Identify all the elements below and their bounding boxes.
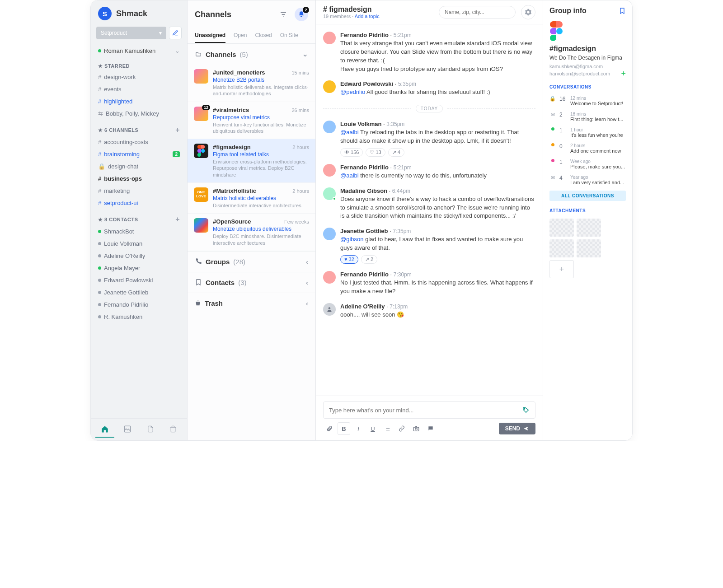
conversation-item[interactable]: ✉4 Year agoI am very satisfied and... [549, 172, 626, 188]
reaction[interactable]: ♡ 13 [366, 148, 385, 157]
composer-input[interactable] [329, 407, 522, 414]
attachment-thumb[interactable] [577, 239, 601, 257]
chat-button[interactable] [424, 422, 437, 435]
sidebar-item[interactable]: #setproduct-ui [91, 197, 187, 209]
attach-button[interactable] [323, 422, 336, 435]
attachment-thumb[interactable] [577, 219, 601, 237]
nav-image[interactable] [118, 421, 137, 438]
sidebar-item[interactable]: Angela Mayer [91, 262, 187, 274]
workspace-select[interactable]: Setproduct ▾ [96, 27, 166, 39]
sidebar-item[interactable]: ShmackBot [91, 225, 187, 238]
conversation-item[interactable]: ✉2 18 minsFirst thing: learn how t... [549, 109, 626, 125]
send-icon [523, 426, 529, 431]
conversation-item[interactable]: 1 Week agoPlease, make sure you... [549, 156, 626, 172]
sidebar-item[interactable]: #marketing [91, 185, 187, 197]
sidebar-item[interactable]: #highlighted [91, 95, 187, 107]
sidebar-item[interactable]: #design-work [91, 71, 187, 83]
avatar [323, 228, 336, 240]
tab[interactable]: Closed [255, 28, 272, 43]
message: Fernando Pidrilio · 5:21pm That is very … [323, 28, 535, 77]
nav-home[interactable] [95, 421, 114, 438]
sidebar-item[interactable]: Edward Powlowski [91, 274, 187, 286]
add-button[interactable]: + [175, 126, 180, 134]
trash-accordion[interactable]: Trash ‹ [188, 293, 315, 313]
sidebar-item[interactable]: Jeanette Gottlieb [91, 286, 187, 299]
avatar [323, 164, 336, 177]
channels-column: Channels 2 UnassignedOpenClosedOn Site C… [188, 0, 316, 440]
conversation-item[interactable]: 0 2 hoursAdd one comment now [549, 140, 626, 156]
message-list[interactable]: Fernando Pidrilio · 5:21pm That is very … [316, 24, 543, 396]
composer-input-wrap[interactable] [323, 401, 535, 419]
chat-column: # figmadesign 19 members · Add a topic F… [316, 0, 543, 440]
channel-item[interactable]: ONELOVE #MatrixHollistic2 hours Matrix h… [188, 183, 315, 214]
sidebar-item[interactable]: Louie Volkman [91, 238, 187, 250]
avatar [323, 80, 336, 93]
send-label: SEND [505, 425, 520, 432]
reaction[interactable]: 👁 156 [340, 148, 363, 157]
sidebar-item[interactable]: 🔒design-chat [91, 160, 187, 173]
reaction[interactable]: ↗ 2 [361, 255, 377, 264]
sidebar-item[interactable]: #brainstorming2 [91, 148, 187, 160]
channel-item[interactable]: 12 #viralmetrics26 mins Repurpose viral … [188, 102, 315, 140]
folder-icon [195, 51, 202, 57]
nav-file[interactable] [141, 421, 160, 438]
nav-trash[interactable] [164, 421, 183, 438]
search-box[interactable] [439, 6, 516, 19]
channel-item[interactable]: #united_monetiers15 mins Monetize B2B po… [188, 65, 315, 102]
channels-accordion[interactable]: Channels (5) ⌄ [188, 43, 315, 65]
channel-avatar: ONELOVE [194, 187, 208, 202]
attachment-thumb[interactable] [549, 239, 574, 257]
channels-tabs: UnassignedOpenClosedOn Site [188, 28, 315, 43]
gear-icon [525, 9, 532, 16]
bookmark-icon[interactable] [619, 7, 626, 14]
contacts-accordion[interactable]: Contacts (3) ‹ [188, 272, 315, 293]
edit-button[interactable] [169, 27, 182, 39]
all-conversations-button[interactable]: ALL CONVERSATIONS [549, 191, 626, 201]
settings-button[interactable] [521, 5, 535, 19]
add-button[interactable]: + [175, 215, 180, 224]
search-input[interactable] [445, 9, 512, 15]
underline-button[interactable]: U [366, 422, 379, 435]
date-divider: TODAY [323, 105, 535, 112]
channel-subtitle: 19 members · Add a topic [323, 14, 380, 19]
conversations-label: CONVERSATIONS [549, 77, 626, 93]
tab[interactable]: On Site [280, 28, 298, 43]
camera-icon [413, 425, 419, 432]
conversation-item[interactable]: 1 1 hourIt's less fun when you're [549, 125, 626, 140]
channel-item[interactable]: #figmadesign2 hours Figma tool related t… [188, 139, 315, 183]
sidebar-item[interactable]: R. Kamushken [91, 311, 187, 323]
send-button[interactable]: SEND [499, 423, 535, 434]
list-button[interactable] [381, 422, 394, 435]
channel-item[interactable]: #OpenSourceFew weeks Monetize ubiquitous… [188, 214, 315, 251]
italic-button[interactable]: I [352, 422, 365, 435]
sidebar-item[interactable]: #events [91, 83, 187, 95]
sidebar-item[interactable]: Fernando Pidrilio [91, 299, 187, 311]
user-name: Roman Kamushken [104, 47, 155, 54]
tab[interactable]: Unassigned [195, 28, 225, 43]
sidebar-item[interactable]: Adeline O'Reilly [91, 250, 187, 262]
tab[interactable]: Open [234, 28, 247, 43]
current-user[interactable]: Roman Kamushken ⌄ [91, 45, 187, 57]
tag-icon[interactable] [522, 406, 530, 414]
reaction[interactable]: ♥ 32 [340, 255, 358, 264]
notifications-button[interactable]: 2 [295, 8, 308, 21]
attachment-thumb[interactable] [549, 219, 574, 237]
message: Louie Volkman · 3:35pm @aalbi Try reload… [323, 117, 535, 160]
member-count: 19 members [323, 14, 351, 19]
conversation-item[interactable]: 🔒16 12 minsWelcome to Setproduct! [549, 93, 626, 109]
message: Edward Powlowski · 5:35pm @pedrilio All … [323, 77, 535, 100]
message: Madaline Gibson · 6:44pm Does anyone kno… [323, 184, 535, 224]
groups-accordion[interactable]: Groups (28) ‹ [188, 251, 315, 272]
sidebar-item[interactable]: ⇆Bobby, Polly, Mickey [91, 107, 187, 120]
link-button[interactable] [395, 422, 408, 435]
add-topic-link[interactable]: Add a topic [355, 14, 380, 19]
reaction[interactable]: ↗ 4 [388, 148, 404, 157]
add-member-button[interactable]: + [621, 69, 626, 79]
sidebar-item[interactable]: #business-ops [91, 173, 187, 185]
add-attachment-button[interactable]: + [549, 260, 574, 278]
sidebar-item[interactable]: #accounting-costs [91, 136, 187, 148]
filter-button[interactable] [277, 8, 290, 21]
figma-logo [549, 21, 563, 41]
camera-button[interactable] [410, 422, 423, 435]
bold-button[interactable]: B [338, 422, 350, 435]
